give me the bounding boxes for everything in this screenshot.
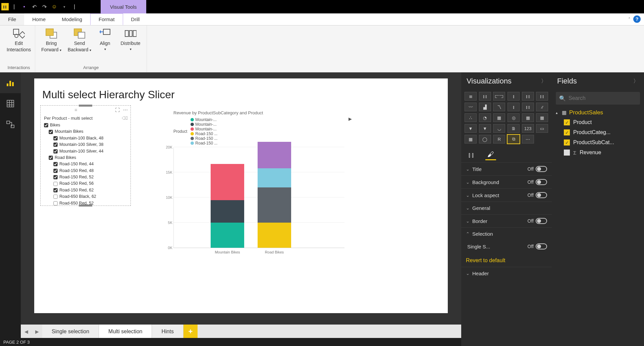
report-canvas[interactable]: Multi select Hierarchy Slicer ≡ ⛶ ⋯ Per … <box>34 78 448 313</box>
undo-icon[interactable]: ↶ <box>30 2 39 11</box>
add-page-button[interactable]: + <box>183 325 198 339</box>
slicer-item[interactable]: Road-150 Red, 44 <box>53 161 127 167</box>
revert-to-default-button[interactable]: Revert to default <box>461 253 552 267</box>
viz-type-icon[interactable]: ▭ <box>536 124 548 133</box>
qat-dropdown-icon[interactable]: ▾ <box>60 2 69 11</box>
more-options-icon[interactable]: ⋯ <box>123 107 128 113</box>
format-tab-icon[interactable]: 🖌 <box>485 150 496 160</box>
field-product[interactable]: ✓Product <box>552 117 644 127</box>
slicer-item[interactable]: Road-150 Red, 62 <box>53 187 127 193</box>
slicer-checkbox[interactable] <box>49 156 53 160</box>
save-icon[interactable]: ▪ <box>19 2 29 11</box>
field-revenue[interactable]: ✓ΣRevenue <box>552 148 644 158</box>
viz-type-icon[interactable]: ◯ <box>479 135 491 143</box>
format-title-row[interactable]: ⌄Title Off <box>461 162 552 175</box>
viz-type-icon[interactable]: ▼ <box>479 124 491 133</box>
help-icon[interactable]: ? <box>633 15 641 23</box>
legend-item[interactable]: Mountain-... <box>191 122 217 127</box>
focus-mode-icon[interactable]: ⛶ <box>115 107 120 113</box>
slicer-item[interactable]: Road-150 Red, 48 <box>53 168 127 174</box>
single-select-toggle[interactable]: Off <box>528 243 547 249</box>
slicer-checkbox[interactable] <box>53 149 57 153</box>
slicer-checkbox[interactable] <box>49 130 53 134</box>
format-background-row[interactable]: ⌄Background Off <box>461 175 552 188</box>
page-tab-single-selection[interactable]: Single selection <box>42 325 99 339</box>
border-toggle[interactable]: Off <box>528 218 547 224</box>
eraser-icon[interactable]: ⌫ <box>122 116 128 121</box>
slicer-item[interactable]: Mountain-100 Silver, 38 <box>53 141 127 148</box>
slicer-item[interactable]: Bikes <box>44 122 127 128</box>
slicer-item[interactable]: Mountain Bikes <box>49 128 127 135</box>
viz-type-icon[interactable]: ▦ <box>493 113 505 122</box>
viz-type-icon[interactable]: 123 <box>522 124 534 133</box>
viz-type-icon[interactable]: ⫿⫿ <box>479 92 491 101</box>
format-general-row[interactable]: ⌄General <box>461 201 552 214</box>
viz-type-icon[interactable]: ◡ <box>493 124 505 133</box>
slicer-checkbox[interactable] <box>53 143 57 147</box>
field-checkbox[interactable]: ✓ <box>564 119 570 125</box>
drag-handle-icon[interactable]: ≡ <box>74 107 78 113</box>
resize-handle-icon[interactable] <box>79 105 92 107</box>
tab-modeling[interactable]: Modeling <box>54 13 90 25</box>
chart-bar[interactable] <box>258 142 291 248</box>
tab-file[interactable]: File <box>0 13 24 25</box>
fields-header[interactable]: Fields 〉 <box>552 72 644 90</box>
viz-type-icon[interactable]: ◔ <box>479 113 491 122</box>
slicer-checkbox[interactable] <box>53 175 57 179</box>
slicer-checkbox[interactable] <box>53 136 57 140</box>
distribute-button[interactable]: Distribute ▾ <box>118 27 143 53</box>
legend-item[interactable]: Mountain-... <box>191 127 217 131</box>
title-toggle[interactable]: Off <box>528 166 547 172</box>
viz-type-icon[interactable]: ⧉ <box>507 135 520 143</box>
page-tab-hints[interactable]: Hints <box>152 325 183 339</box>
data-view-icon[interactable] <box>0 93 21 114</box>
page-nav-prev-icon[interactable]: ◀ <box>21 325 32 339</box>
page-nav-next-icon[interactable]: ▶ <box>32 325 42 339</box>
legend-scroll-right-icon[interactable]: ▶ <box>348 116 352 121</box>
chart-bar[interactable] <box>211 164 244 248</box>
background-toggle[interactable]: Off <box>528 179 547 185</box>
hierarchy-slicer-visual[interactable]: ≡ ⛶ ⋯ Per Product - multi select ⌫ Bikes… <box>40 105 131 206</box>
viz-type-icon[interactable]: ⫿⫿ <box>522 103 534 111</box>
viz-type-icon[interactable]: 〽 <box>493 103 505 111</box>
send-backward-button[interactable]: Send Backward ▾ <box>67 27 92 53</box>
viz-type-icon[interactable]: ▦ <box>536 113 548 122</box>
visualizations-header[interactable]: Visualizations 〉 <box>461 72 552 90</box>
align-button[interactable]: Align ▾ <box>96 27 114 53</box>
viz-type-icon[interactable]: ⫿⫿ <box>536 92 548 101</box>
slicer-item[interactable]: Mountain-100 Silver, 44 <box>53 148 127 155</box>
viz-type-icon[interactable]: ▦ <box>522 113 534 122</box>
viz-type-icon[interactable]: ⫍⫎ <box>493 92 505 101</box>
viz-type-icon[interactable]: 🗎 <box>507 124 520 133</box>
tab-drill[interactable]: Drill <box>123 13 148 25</box>
format-border-row[interactable]: ⌄Border Off <box>461 214 552 227</box>
model-view-icon[interactable] <box>0 114 21 135</box>
fields-search[interactable]: 🔍 <box>556 92 640 105</box>
viz-type-icon[interactable]: ⫿ <box>507 92 520 101</box>
legend-item[interactable]: Road-150 ... <box>191 136 217 141</box>
viz-type-icon[interactable]: ⫿⫿ <box>522 92 534 101</box>
redo-icon[interactable]: ↷ <box>40 2 49 11</box>
edit-interactions-button[interactable]: Edit Interactions <box>7 27 31 53</box>
format-lock-aspect-row[interactable]: ⌄Lock aspect Off <box>461 188 552 201</box>
slicer-checkbox[interactable] <box>53 195 57 199</box>
slicer-checkbox[interactable] <box>44 123 48 127</box>
viz-type-icon[interactable]: 〰 <box>465 103 477 111</box>
viz-type-icon[interactable]: R <box>493 135 505 143</box>
field-productcategory[interactable]: ✓ProductCateg... <box>552 127 644 137</box>
page-tab-multi-selection[interactable]: Multi selection <box>99 325 152 339</box>
slicer-item[interactable]: Road-150 Red, 56 <box>53 180 127 187</box>
resize-handle-icon[interactable] <box>79 205 92 207</box>
fields-tab-icon[interactable]: ⫿⫿ <box>466 150 477 160</box>
chevron-right-icon[interactable]: 〉 <box>541 78 546 85</box>
report-view-icon[interactable] <box>0 72 21 93</box>
slicer-checkbox[interactable] <box>53 182 57 186</box>
collapse-ribbon-icon[interactable]: ˄ <box>628 17 631 22</box>
slicer-checkbox[interactable] <box>53 162 57 166</box>
slicer-item[interactable]: Mountain-100 Black, 48 <box>53 135 127 141</box>
viz-type-icon[interactable]: ≣ <box>465 92 477 101</box>
field-checkbox[interactable]: ✓ <box>564 150 570 156</box>
slicer-checkbox[interactable] <box>53 201 57 205</box>
slicer-item[interactable]: Road Bikes <box>49 155 127 161</box>
table-productsales[interactable]: ▴ ▦ ProductSales <box>552 108 644 117</box>
